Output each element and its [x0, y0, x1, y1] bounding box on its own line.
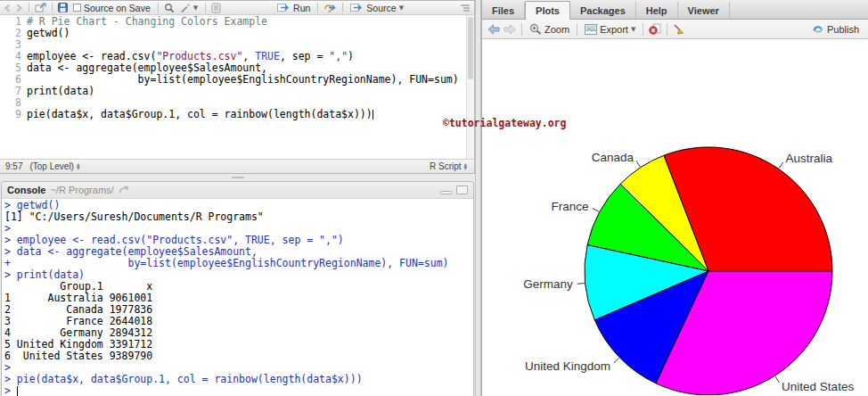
code-line: pie(data$x, data$Group.1, col = rainbow(…: [27, 109, 465, 120]
scope-selector[interactable]: (Top Level) ▲▼: [28, 161, 81, 171]
previous-plot-icon[interactable]: [487, 24, 500, 35]
editor-status-bar: 9:57 (Top Level) ▲▼ R Script ▲▼: [0, 159, 474, 173]
editor-scrollbar[interactable]: [466, 15, 474, 159]
compile-notebook-icon[interactable]: [211, 3, 221, 13]
console-working-directory: ~/R Programs/: [50, 185, 113, 195]
source-on-save-toggle[interactable]: Source on Save: [71, 3, 152, 13]
console-header: Console ~/R Programs/: [2, 182, 473, 199]
export-image-icon: [585, 24, 597, 35]
label-leader-line: [593, 209, 599, 212]
chevron-down-icon: ▼: [399, 4, 404, 12]
run-label: Run: [293, 3, 310, 13]
updown-icon: ▲▼: [464, 163, 467, 170]
code-tools-menu[interactable]: ▼: [178, 3, 200, 13]
code-line: getwd(): [27, 28, 465, 39]
source-on-save-label: Source on Save: [84, 3, 151, 13]
go-to-directory-icon[interactable]: [119, 186, 129, 194]
zoom-label: Zoom: [545, 24, 569, 35]
save-icon[interactable]: [58, 3, 68, 12]
editor-gutter: 123456789: [0, 16, 21, 120]
gutter-line-number: 9: [0, 109, 21, 120]
chevron-down-icon: ▼: [193, 4, 198, 12]
source-icon: [350, 3, 364, 12]
run-icon: [277, 3, 291, 12]
rstudio-window: Source on Save ▼ Run: [0, 0, 868, 396]
code-line: print(data): [27, 86, 465, 97]
watermark-text: ©tutorialgateway.org: [443, 117, 566, 129]
pie-label-australia: Australia: [786, 152, 833, 165]
show-in-new-window-icon[interactable]: [35, 3, 46, 12]
toolbar-separator: [342, 3, 343, 12]
source-on-save-checkbox[interactable]: [73, 4, 81, 12]
tab-help[interactable]: Help: [636, 2, 678, 19]
magic-wand-icon: [180, 3, 191, 13]
plot-display-area: AustraliaCanadaFranceGermanyUnited Kingd…: [482, 39, 868, 395]
toolbar-separator: [643, 23, 643, 36]
source-label: Source: [366, 3, 396, 13]
publish-label: Publish: [827, 24, 859, 35]
clear-all-plots-broom-icon[interactable]: [673, 23, 684, 35]
label-leader-line: [775, 376, 779, 383]
export-label: Export: [600, 24, 628, 35]
next-plot-icon[interactable]: [504, 24, 516, 35]
console-line: >: [4, 385, 473, 396]
toolbar-separator: [577, 23, 577, 36]
left-column: Source on Save ▼ Run: [0, 0, 475, 396]
tab-packages[interactable]: Packages: [570, 2, 636, 19]
run-button[interactable]: Run: [275, 3, 312, 13]
horizontal-splitter[interactable]: [0, 174, 475, 181]
console-line: [1] "C:/Users/Suresh/Documents/R Program…: [4, 211, 473, 223]
editor-code-area[interactable]: 123456789 # R Pie Chart - Changing Color…: [0, 15, 474, 159]
toolbar-separator: [667, 23, 667, 36]
remove-plot-icon[interactable]: [649, 23, 661, 35]
cursor-position: 9:57: [5, 161, 22, 171]
maximize-icon[interactable]: [456, 186, 468, 194]
back-icon[interactable]: [4, 4, 12, 12]
label-leader-line: [636, 161, 640, 167]
pie-label-united-states: United States: [782, 380, 854, 393]
publish-icon: [812, 24, 824, 35]
console-line: 6 United States 9389790: [4, 351, 473, 362]
label-leader-line: [577, 284, 585, 285]
tab-viewer[interactable]: Viewer: [678, 2, 730, 19]
vertical-pane-divider[interactable]: [475, 0, 481, 396]
pie-label-germany: Germany: [523, 277, 573, 291]
pie-label-canada: Canada: [592, 151, 635, 164]
console-title: Console: [7, 185, 45, 195]
tab-plots[interactable]: Plots: [525, 1, 570, 20]
toolbar-separator: [158, 3, 159, 12]
pie-chart: AustraliaCanadaFranceGermanyUnited Kingd…: [482, 39, 868, 395]
document-outline-icon[interactable]: [460, 4, 471, 12]
code-line: # R Pie Chart - Changing Colors Example: [27, 16, 465, 28]
zoom-plus-icon: [529, 23, 542, 35]
console-pane: Console ~/R Programs/ > getwd()[1] "C:/U…: [1, 181, 474, 396]
toolbar-separator: [521, 23, 522, 36]
console-cursor: [17, 386, 18, 396]
search-icon[interactable]: [164, 3, 175, 13]
zoom-button[interactable]: Zoom: [528, 23, 571, 35]
console-output[interactable]: > getwd()[1] "C:/Users/Suresh/Documents/…: [2, 199, 473, 396]
rerun-icon[interactable]: [323, 3, 337, 12]
pane-tabbar: FilesPlotsPackagesHelpViewer: [482, 0, 868, 20]
plots-pane: FilesPlotsPackagesHelpViewer Zoom Export…: [481, 0, 868, 396]
pie-label-france: France: [551, 200, 588, 213]
label-leader-line: [614, 358, 619, 363]
file-type-selector[interactable]: R Script ▲▼: [428, 161, 469, 171]
forward-icon[interactable]: [15, 4, 23, 12]
toolbar-separator: [29, 3, 29, 12]
source-editor-pane: Source on Save ▼ Run: [0, 0, 475, 174]
toolbar-separator: [317, 3, 318, 12]
plots-toolbar: Zoom Export ▼ Publish: [482, 20, 868, 39]
label-leader-line: [779, 162, 783, 169]
toolbar-separator: [52, 3, 53, 12]
source-button[interactable]: Source ▼: [348, 3, 405, 13]
export-button[interactable]: Export ▼: [583, 24, 637, 35]
pie-label-united-kingdom: United Kingdom: [525, 359, 610, 373]
chevron-down-icon: ▼: [631, 26, 635, 33]
updown-icon: ▲▼: [77, 163, 79, 170]
minimize-icon[interactable]: [440, 191, 452, 194]
tab-files[interactable]: Files: [482, 2, 525, 19]
editor-toolbar: Source on Save ▼ Run: [0, 1, 474, 15]
console-line: > pie(data$x, data$Group.1, col = rainbo…: [4, 374, 473, 385]
publish-button[interactable]: Publish: [810, 24, 861, 35]
